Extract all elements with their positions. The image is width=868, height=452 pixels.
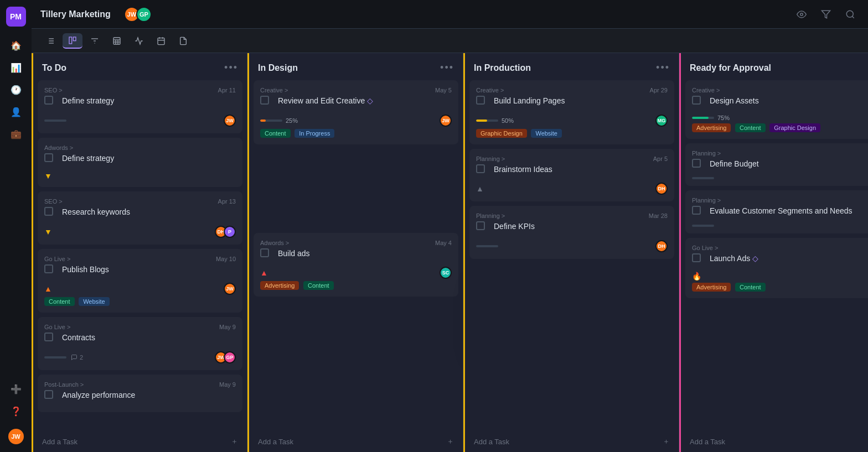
- progress-bar: [476, 120, 498, 122]
- toolbar-chart-view[interactable]: [129, 34, 149, 48]
- toolbar-list-view[interactable]: [40, 34, 60, 48]
- card-golive-publish-blogs[interactable]: Go Live > Publish Blogs May 10 ▲ JW: [38, 249, 242, 313]
- card-postlaunch-analyze[interactable]: Post-Launch > Analyze performance May 9: [38, 375, 242, 412]
- kanban-board: To Do ••• SEO > Define strategy Apr 11: [32, 53, 868, 452]
- progress-text: 25%: [286, 117, 298, 124]
- card-checkbox[interactable]: [44, 390, 53, 399]
- toolbar-doc-view[interactable]: [173, 34, 193, 48]
- card-golive-launch-ads[interactable]: Go Live > Launch Ads ◇ 🔥 Advertising Con…: [685, 238, 868, 299]
- card-checkbox[interactable]: [476, 96, 485, 105]
- avatar-dh: DH: [655, 183, 668, 195]
- card-avatars: JW: [224, 115, 236, 127]
- tag-graphic-design: Graphic Design: [769, 123, 820, 132]
- add-task-todo[interactable]: Add a Task ＋: [33, 431, 247, 452]
- fire-icon: 🔥: [692, 272, 701, 280]
- card-date: May 5: [435, 87, 452, 93]
- progress-bar: [692, 177, 714, 179]
- card-category: Planning >: [476, 212, 668, 219]
- sidebar-item-projects[interactable]: 💼: [6, 124, 26, 144]
- progress-bar: [692, 117, 714, 119]
- add-task-inproduction[interactable]: Add a Task ＋: [465, 431, 679, 452]
- add-task-label: Add a Task: [42, 438, 78, 446]
- progress-text: 75%: [717, 115, 730, 121]
- sidebar-item-users[interactable]: 👤: [6, 102, 26, 122]
- app-logo[interactable]: PM: [6, 7, 26, 27]
- column-indesign-header: In Design •••: [249, 53, 463, 80]
- sidebar: PM 🏠 📊 🕐 👤 💼 ➕ ❓ JW: [0, 0, 32, 452]
- tag-content: Content: [303, 281, 334, 290]
- toolbar-filter-view[interactable]: [85, 34, 105, 48]
- card-footer: [692, 225, 868, 227]
- card-tags: Advertising Content: [260, 279, 452, 290]
- card-checkbox[interactable]: [260, 248, 269, 257]
- toolbar-calendar-view[interactable]: [151, 34, 171, 48]
- top-header: Tillery Marketing JW GP: [32, 0, 868, 29]
- card-creative-design-assets[interactable]: Creative > Design Assets 75%: [685, 80, 868, 139]
- avatar-gp[interactable]: GP: [136, 7, 152, 22]
- sidebar-item-help[interactable]: ❓: [6, 401, 26, 421]
- avatar-sc: SC: [440, 267, 452, 279]
- card-checkbox[interactable]: [476, 221, 485, 230]
- card-footer: 25% JW: [260, 115, 452, 127]
- priority-arrow-up-icon: ▲: [476, 184, 484, 193]
- icon-search[interactable]: [841, 6, 859, 23]
- card-tags: Advertising Content Graphic Design: [692, 121, 868, 132]
- card-planning-define-kpis[interactable]: Planning > Define KPIs Mar 28 DH: [469, 206, 674, 259]
- card-checkbox[interactable]: [44, 207, 53, 216]
- card-creative-landing-pages[interactable]: Creative > Build Landing Pages Apr 29 50…: [469, 80, 674, 144]
- card-checkbox[interactable]: [692, 159, 701, 168]
- sidebar-item-home[interactable]: 🏠: [6, 35, 26, 55]
- user-avatar[interactable]: JW: [7, 428, 25, 445]
- card-seo-research-keywords[interactable]: SEO > Research keywords Apr 13 ▼ DH P: [38, 191, 242, 245]
- card-title: Review and Edit Creative ◇: [278, 96, 373, 107]
- card-checkbox[interactable]: [692, 206, 701, 215]
- svg-rect-11: [73, 37, 76, 41]
- toolbar-board-view[interactable]: [63, 33, 82, 49]
- progress-bar: [692, 225, 714, 227]
- column-inproduction-cards: Creative > Build Landing Pages Apr 29 50…: [465, 80, 679, 431]
- svg-line-3: [852, 16, 854, 18]
- card-category: Adwords >: [44, 144, 236, 151]
- toolbar-table-view[interactable]: [107, 34, 127, 48]
- card-planning-evaluate-customer[interactable]: Planning > Evaluate Customer Segments an…: [685, 190, 868, 233]
- card-adwords-define-strategy[interactable]: Adwords > Define strategy ▼: [38, 138, 242, 188]
- card-creative-review[interactable]: Creative > Review and Edit Creative ◇ Ma…: [254, 80, 458, 144]
- column-indesign-menu[interactable]: •••: [440, 62, 454, 74]
- main-area: Tillery Marketing JW GP: [32, 0, 868, 452]
- card-seo-define-strategy[interactable]: SEO > Define strategy Apr 11 JW: [38, 80, 242, 133]
- card-checkbox[interactable]: [44, 264, 53, 273]
- column-inproduction-menu[interactable]: •••: [656, 62, 670, 74]
- card-title: Research keywords: [62, 207, 130, 218]
- card-checkbox[interactable]: [476, 164, 485, 173]
- icon-eye[interactable]: [793, 6, 810, 23]
- sidebar-item-activity[interactable]: 📊: [6, 58, 26, 77]
- avatar-gp: GP: [224, 351, 236, 363]
- card-planning-define-budget[interactable]: Planning > Define Budget: [685, 143, 868, 186]
- sidebar-item-history[interactable]: 🕐: [6, 80, 26, 100]
- column-indesign-cards: Creative > Review and Edit Creative ◇ Ma…: [249, 80, 463, 431]
- card-checkbox[interactable]: [44, 153, 53, 162]
- progress-bar: [476, 245, 498, 247]
- card-avatars: DH: [655, 240, 668, 252]
- svg-rect-10: [69, 37, 72, 44]
- card-adwords-build-ads[interactable]: Adwords > Build ads May 4 ▲ SC: [254, 233, 458, 297]
- card-checkbox[interactable]: [44, 96, 53, 105]
- card-checkbox[interactable]: [692, 253, 701, 262]
- tag-advertising: Advertising: [260, 281, 299, 290]
- card-footer: ▼ DH P: [44, 226, 236, 238]
- card-checkbox[interactable]: [260, 96, 269, 105]
- add-task-rfa[interactable]: Add a Task ＋: [681, 431, 868, 452]
- sidebar-item-add[interactable]: ➕: [6, 379, 26, 399]
- card-footer: 75%: [692, 115, 868, 121]
- card-checkbox[interactable]: [692, 96, 701, 105]
- column-todo-cards: SEO > Define strategy Apr 11 JW: [33, 80, 247, 431]
- add-task-indesign[interactable]: Add a Task ＋: [249, 431, 463, 452]
- card-golive-contracts[interactable]: Go Live > Contracts May 9 2: [38, 317, 242, 370]
- tag-advertising: Advertising: [692, 283, 731, 292]
- card-planning-brainstorm[interactable]: Planning > Brainstorm Ideas Apr 5 ▲ DH: [469, 149, 674, 202]
- column-todo-menu[interactable]: •••: [224, 62, 238, 74]
- card-checkbox[interactable]: [44, 332, 53, 341]
- tag-graphic-design: Graphic Design: [476, 129, 527, 138]
- card-category: Go Live >: [44, 256, 236, 262]
- icon-filter[interactable]: [817, 6, 835, 23]
